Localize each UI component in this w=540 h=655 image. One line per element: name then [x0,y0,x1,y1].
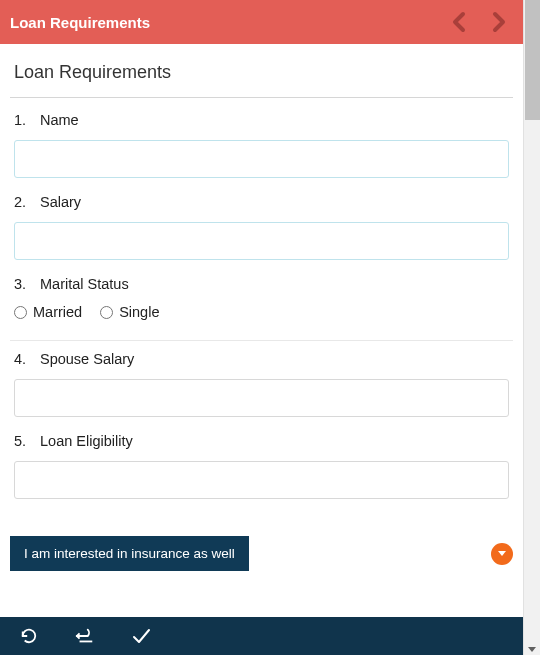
refresh-button[interactable] [18,625,40,647]
chevron-right-icon [488,11,508,33]
expand-fab-button[interactable] [491,543,513,565]
question-spouse-salary: 4. Spouse Salary [10,341,513,417]
divider [10,97,513,98]
scrollbar-thumb[interactable] [525,0,540,120]
vertical-scrollbar[interactable] [523,0,540,655]
question-number: 1. [14,112,30,128]
question-loan-eligibility: 5. Loan Eligibility [10,417,513,499]
scroll-down-icon [528,647,536,652]
chevron-down-icon [498,551,506,556]
insurance-interest-button[interactable]: I am interested in insurance as well [10,536,249,571]
chevron-left-icon [450,11,470,33]
radio-married[interactable] [14,306,27,319]
question-name: 1. Name [10,102,513,178]
revert-button[interactable] [74,625,96,647]
revert-icon [75,627,95,645]
topbar: Loan Requirements [0,0,523,44]
bottombar [0,617,523,655]
spouse-salary-input[interactable] [14,379,509,417]
question-number: 2. [14,194,30,210]
question-label: Loan Eligibility [40,433,133,449]
marital-single-option[interactable]: Single [100,304,159,320]
radio-single[interactable] [100,306,113,319]
next-button[interactable] [483,7,513,37]
question-number: 3. [14,276,30,292]
form-content: Loan Requirements 1. Name 2. Salary [0,44,523,617]
name-input[interactable] [14,140,509,178]
check-icon [131,627,151,645]
question-label: Spouse Salary [40,351,134,367]
question-label: Name [40,112,79,128]
salary-input[interactable] [14,222,509,260]
prev-button[interactable] [445,7,475,37]
refresh-icon [20,627,38,645]
submit-button[interactable] [130,625,152,647]
page-title: Loan Requirements [10,14,437,31]
radio-label: Single [119,304,159,320]
question-marital-status: 3. Marital Status Married Single [10,260,513,326]
marital-married-option[interactable]: Married [14,304,82,320]
question-label: Marital Status [40,276,129,292]
question-salary: 2. Salary [10,178,513,260]
question-number: 4. [14,351,30,367]
radio-label: Married [33,304,82,320]
question-label: Salary [40,194,81,210]
question-number: 5. [14,433,30,449]
loan-eligibility-input[interactable] [14,461,509,499]
form-title: Loan Requirements [10,58,513,97]
